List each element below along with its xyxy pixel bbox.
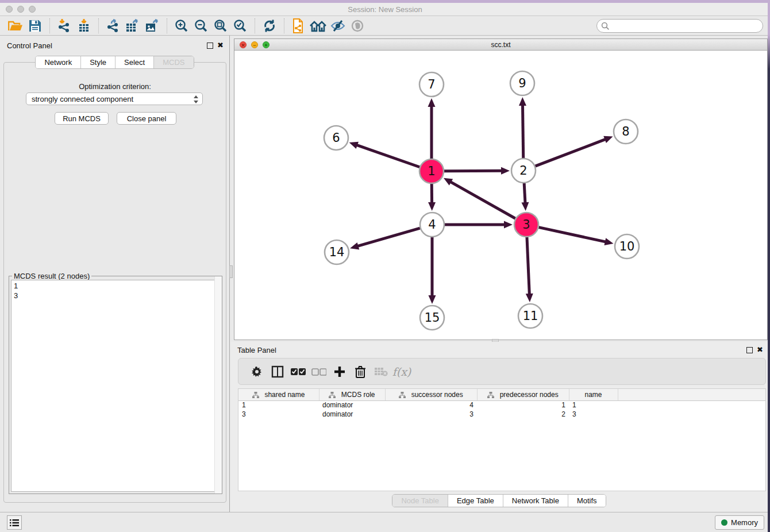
graph-edge-arrowhead [429, 295, 436, 304]
float-table-panel-icon[interactable] [746, 347, 753, 353]
hide-panels-button[interactable] [328, 18, 348, 34]
zoom-selected-button[interactable] [230, 18, 250, 34]
apply-layout-button[interactable] [260, 18, 279, 34]
split-columns-icon [271, 365, 284, 378]
main-toolbar [0, 16, 770, 36]
run-mcds-button[interactable]: Run MCDS [55, 112, 109, 125]
graph-edge-2-8[interactable] [536, 139, 606, 166]
column-header-shared-name[interactable]: shared name [238, 389, 319, 400]
network-canvas[interactable]: 1234678910111415 [234, 51, 767, 340]
float-panel-icon[interactable] [207, 43, 213, 49]
network-graph[interactable]: 1234678910111415 [234, 51, 767, 340]
table-row[interactable]: 3 dominator 3 2 3 [238, 410, 765, 419]
column-header-mcds-role[interactable]: MCDS role [319, 389, 385, 400]
select-all-icon [291, 368, 306, 376]
tab-select[interactable]: Select [116, 56, 154, 68]
toggle-visibility-button[interactable] [348, 18, 367, 34]
tab-network[interactable]: Network [36, 56, 81, 68]
export-image-button[interactable] [143, 18, 162, 34]
close-panel-icon[interactable]: ✖ [217, 41, 224, 49]
graph-edge-3-1[interactable] [450, 182, 515, 218]
vertical-splitter-handle[interactable] [229, 265, 233, 278]
tab-node-table[interactable]: Node Table [392, 495, 448, 507]
tab-style[interactable]: Style [81, 56, 116, 68]
graph-node-label: 15 [425, 311, 440, 325]
network-window-titlebar: ✕ − + scc.txt [234, 39, 767, 51]
delete-column-button[interactable] [350, 363, 371, 380]
toggle-column-view-button[interactable] [267, 363, 288, 380]
search-icon [601, 22, 610, 30]
zoom-fit-button[interactable] [211, 18, 230, 34]
tab-network-table[interactable]: Network Table [503, 495, 568, 507]
graph-node-label: 4 [428, 218, 436, 232]
criterion-dropdown[interactable]: strongly connected component [26, 92, 203, 105]
titlebar: Session: New Session [0, 3, 770, 16]
column-header-successor-nodes[interactable]: successor nodes [385, 389, 477, 400]
export-table-button[interactable] [123, 18, 143, 34]
graph-node-label: 6 [332, 131, 340, 145]
deselect-all-rows-button[interactable] [309, 363, 329, 380]
table-panel-header: Table Panel ✖ [230, 345, 768, 356]
zoom-in-button[interactable] [172, 18, 191, 34]
table-header-row: shared name MCDS role successor nodes pr… [238, 389, 765, 400]
network-view-window: ✕ − + scc.txt 1234678910111415 [234, 38, 768, 340]
import-network-button[interactable] [55, 18, 74, 34]
table-row[interactable]: 1 dominator 4 1 1 [238, 400, 765, 410]
list-icon [10, 519, 19, 527]
zoom-out-icon [194, 19, 208, 33]
open-folder-icon [8, 20, 23, 32]
desktop-edge-right [768, 0, 770, 532]
task-history-button[interactable] [7, 515, 22, 530]
graph-edge-1-6[interactable] [356, 145, 419, 167]
node-table: shared name MCDS role successor nodes pr… [238, 388, 766, 491]
graph-edge-arrowhead [428, 202, 436, 211]
network-window-title: scc.txt [234, 41, 767, 49]
column-header-predecessor-nodes[interactable]: predecessor nodes [477, 389, 569, 400]
graph-node-label: 7 [428, 78, 435, 91]
column-header-name[interactable]: name [569, 389, 618, 400]
graph-edge-arrowhead [350, 242, 359, 249]
result-scrollbar[interactable] [214, 276, 222, 494]
dropdown-stepper-icon [193, 94, 199, 105]
zoom-out-button[interactable] [191, 18, 211, 34]
graph-edge-arrowhead [349, 142, 359, 149]
copy-network-button[interactable] [289, 18, 309, 34]
table-panel-title: Table Panel [237, 346, 276, 354]
close-panel-button[interactable]: Close panel [117, 112, 176, 125]
tab-mcds[interactable]: MCDS [154, 56, 193, 68]
hierarchy-icon [252, 392, 259, 398]
memory-button[interactable]: Memory [715, 515, 764, 530]
delete-table-button[interactable] [371, 363, 391, 380]
select-all-rows-button[interactable] [288, 363, 309, 380]
home-button[interactable] [309, 18, 328, 34]
tab-edge-table[interactable]: Edge Table [448, 495, 503, 507]
add-column-button[interactable] [329, 363, 350, 380]
graph-edge-3-11[interactable] [527, 237, 529, 295]
open-session-button[interactable] [6, 18, 25, 34]
mcds-result-text[interactable]: 1 3 [11, 280, 220, 492]
graph-edge-4-14[interactable] [357, 228, 420, 246]
search-field[interactable] [596, 19, 763, 33]
tab-motifs[interactable]: Motifs [568, 495, 606, 507]
save-session-button[interactable] [25, 18, 45, 34]
control-panel: Control Panel ✖ Network Style Select MCD… [0, 36, 230, 512]
criterion-value: strongly connected component [32, 95, 133, 103]
graph-node-label: 2 [519, 164, 527, 178]
graph-edge-3-10[interactable] [538, 228, 606, 242]
close-table-panel-icon[interactable]: ✖ [757, 345, 763, 354]
export-network-icon [106, 19, 121, 33]
graph-node-label: 1 [428, 164, 435, 178]
hierarchy-icon [399, 392, 406, 398]
workspace-area: ✕ − + scc.txt 1234678910111415 Table Pan… [230, 36, 768, 512]
export-network-button[interactable] [103, 18, 123, 34]
search-input[interactable] [610, 21, 763, 31]
graph-edge-1-2[interactable] [444, 171, 502, 171]
table-panel: Table Panel ✖ [230, 342, 768, 512]
function-builder-button[interactable]: f(x) [391, 363, 412, 380]
graph-edge-2-9[interactable] [522, 105, 523, 158]
graph-node-label: 10 [619, 240, 635, 253]
import-table-button[interactable] [74, 18, 94, 34]
window-title: Session: New Session [0, 5, 770, 14]
graph-edge-2-3[interactable] [524, 183, 525, 203]
table-settings-button[interactable] [247, 363, 267, 380]
